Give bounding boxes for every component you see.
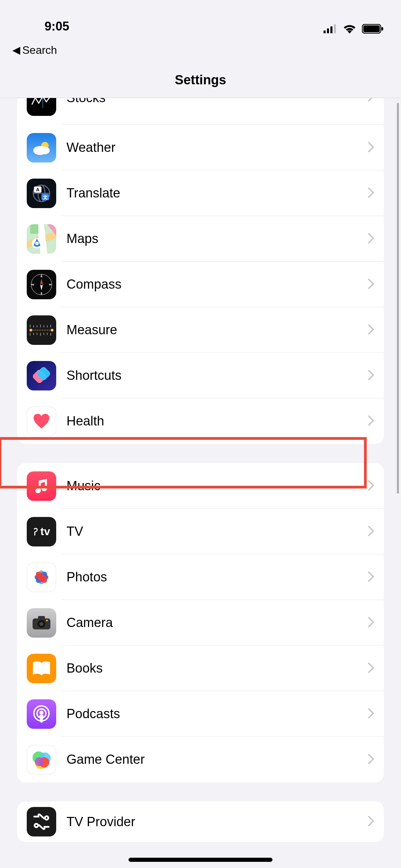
chevron-right-icon	[368, 526, 374, 538]
row-label: Translate	[66, 186, 368, 201]
row-label: Game Center	[66, 752, 368, 767]
settings-row-stocks[interactable]: Stocks	[17, 98, 384, 125]
measure-icon	[27, 315, 56, 345]
row-label: Health	[66, 414, 368, 429]
chevron-right-icon	[368, 617, 374, 629]
row-label: Compass	[66, 277, 368, 292]
svg-point-35	[29, 329, 32, 331]
svg-text:S: S	[40, 292, 42, 295]
chevron-right-icon	[368, 324, 374, 336]
scroll-indicator[interactable]	[397, 103, 399, 494]
svg-point-64	[39, 622, 44, 626]
row-label: Weather	[66, 140, 368, 155]
health-icon	[27, 407, 56, 436]
settings-row-tvprovider[interactable]: TV Provider	[17, 801, 384, 842]
chevron-right-icon	[368, 708, 374, 720]
svg-rect-3	[334, 24, 336, 33]
chevron-right-icon	[368, 571, 374, 583]
weather-icon	[27, 133, 56, 162]
tv-icon: tv	[27, 517, 56, 546]
svg-point-73	[35, 757, 44, 766]
svg-point-22	[35, 242, 39, 245]
row-label: Stocks	[66, 98, 368, 105]
svg-point-74	[45, 816, 48, 820]
chevron-right-icon	[368, 233, 374, 245]
row-label: Camera	[66, 615, 368, 630]
music-icon	[27, 471, 56, 501]
stocks-icon	[27, 98, 56, 116]
settings-row-podcasts[interactable]: Podcasts	[17, 691, 384, 737]
settings-row-health[interactable]: Health	[17, 398, 384, 444]
chevron-right-icon	[368, 415, 374, 427]
tvprovider-icon	[27, 807, 56, 836]
chevron-right-icon	[368, 142, 374, 154]
svg-text:E: E	[49, 283, 51, 286]
settings-row-measure[interactable]: Measure	[17, 307, 384, 353]
maps-icon	[27, 224, 56, 254]
settings-group-apps1: Stocks Weather A文 Translate Maps	[17, 98, 384, 444]
svg-marker-32	[40, 279, 43, 285]
svg-rect-1	[327, 28, 329, 33]
battery-icon	[362, 24, 384, 34]
row-label: Books	[66, 661, 368, 676]
chevron-right-icon	[368, 663, 374, 674]
back-button[interactable]: ◀ Search	[0, 38, 401, 62]
svg-rect-6	[381, 27, 383, 31]
translate-icon: A文	[27, 179, 56, 208]
svg-text:文: 文	[43, 195, 48, 200]
books-icon	[27, 654, 56, 683]
chevron-right-icon	[368, 188, 374, 199]
shortcuts-icon	[27, 361, 56, 390]
svg-text:N: N	[40, 275, 42, 278]
settings-row-camera[interactable]: Camera	[17, 600, 384, 646]
back-chevron-icon: ◀	[12, 45, 20, 55]
compass-icon: NSWE	[27, 270, 56, 299]
svg-point-75	[35, 824, 38, 827]
row-label: TV	[66, 524, 368, 539]
chevron-right-icon	[368, 98, 374, 103]
settings-row-translate[interactable]: A文 Translate	[17, 170, 384, 216]
settings-row-weather[interactable]: Weather	[17, 125, 384, 170]
camera-icon	[27, 608, 56, 638]
status-time: 9:05	[17, 19, 69, 34]
row-label: Shortcuts	[66, 368, 368, 383]
settings-row-music[interactable]: Music	[17, 463, 384, 509]
row-label: Podcasts	[66, 707, 368, 721]
chevron-right-icon	[368, 370, 374, 382]
podcasts-icon	[27, 699, 56, 729]
settings-row-shortcuts[interactable]: Shortcuts	[17, 353, 384, 398]
page-title: Settings	[0, 73, 401, 87]
settings-row-gamecenter[interactable]: Game Center	[17, 737, 384, 782]
settings-row-photos[interactable]: Photos	[17, 554, 384, 600]
status-bar: 9:05	[0, 0, 401, 38]
svg-rect-5	[363, 25, 380, 32]
settings-row-maps[interactable]: Maps	[17, 216, 384, 262]
settings-row-tv[interactable]: tv TV	[17, 509, 384, 554]
settings-row-compass[interactable]: NSWE Compass	[17, 262, 384, 307]
row-label: TV Provider	[66, 815, 368, 829]
cellular-icon	[324, 24, 337, 33]
status-icons	[324, 24, 384, 34]
photos-icon	[27, 563, 56, 592]
row-label: Photos	[66, 570, 368, 584]
settings-group-apps2: Music tv TV Photos Camera	[17, 463, 384, 782]
svg-rect-62	[38, 616, 45, 619]
svg-rect-19	[30, 224, 38, 234]
chevron-right-icon	[368, 754, 374, 765]
page-title-row: Settings	[0, 62, 401, 98]
chevron-right-icon	[368, 480, 374, 492]
settings-row-books[interactable]: Books	[17, 646, 384, 691]
home-indicator[interactable]	[129, 858, 272, 862]
content: Stocks Weather A文 Translate Maps	[0, 98, 401, 842]
svg-point-10	[40, 147, 50, 154]
svg-point-36	[51, 329, 53, 331]
wifi-icon	[343, 24, 356, 34]
row-label: Measure	[66, 323, 368, 337]
row-label: Music	[66, 479, 368, 493]
svg-text:A: A	[36, 187, 39, 192]
gamecenter-icon	[27, 745, 56, 774]
chevron-right-icon	[368, 816, 374, 828]
back-label: Search	[22, 44, 57, 57]
svg-rect-0	[324, 31, 326, 33]
svg-rect-2	[330, 26, 332, 33]
